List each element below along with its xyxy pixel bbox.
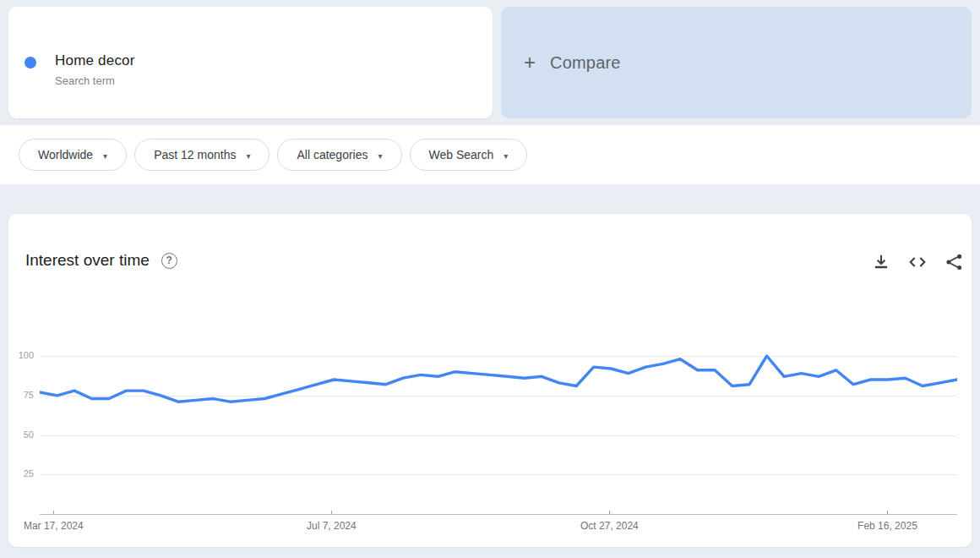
caret-down-icon: ▾ <box>504 151 508 161</box>
search-type-label: Web Search <box>429 148 494 161</box>
embed-icon[interactable] <box>908 253 927 271</box>
caret-down-icon: ▾ <box>103 151 107 161</box>
trend-line-svg[interactable] <box>40 341 957 527</box>
search-term-title: Home decor <box>55 52 135 69</box>
chart-actions <box>872 253 963 271</box>
category-filter-dropdown[interactable]: All categories ▾ <box>277 139 401 171</box>
caret-down-icon: ▾ <box>246 151 250 161</box>
download-icon[interactable] <box>872 253 890 271</box>
series-color-dot <box>24 57 36 68</box>
chart-card: Interest over time ? <box>8 214 972 547</box>
category-filter-label: All categories <box>297 148 368 161</box>
compare-label: Compare <box>550 53 621 73</box>
time-range-label: Past 12 months <box>154 148 236 161</box>
filter-bar: Worldwide ▾ Past 12 months ▾ All categor… <box>0 125 980 184</box>
trend-line <box>40 356 957 402</box>
help-icon[interactable]: ? <box>161 253 177 269</box>
share-icon[interactable] <box>945 253 963 271</box>
geo-filter-label: Worldwide <box>38 148 93 161</box>
search-term-subtitle: Search term <box>55 74 115 87</box>
time-range-dropdown[interactable]: Past 12 months ▾ <box>134 139 270 171</box>
geo-filter-dropdown[interactable]: Worldwide ▾ <box>19 139 127 171</box>
plus-icon: + <box>524 52 536 73</box>
compare-card[interactable]: + Compare <box>501 7 972 118</box>
page-background: { "term_card": { "title": "Home decor", … <box>0 0 980 558</box>
search-term-card[interactable]: Home decor Search term <box>8 7 493 118</box>
y-axis-tick-label: 50 <box>8 429 34 440</box>
search-type-dropdown[interactable]: Web Search ▾ <box>410 139 528 171</box>
y-axis-tick-label: 75 <box>8 390 34 400</box>
chart-header: Interest over time ? <box>25 251 177 270</box>
chart-title: Interest over time <box>25 251 150 270</box>
y-axis-tick-label: 25 <box>8 468 34 479</box>
caret-down-icon: ▾ <box>378 151 383 161</box>
y-axis-tick-label: 100 <box>8 350 34 360</box>
